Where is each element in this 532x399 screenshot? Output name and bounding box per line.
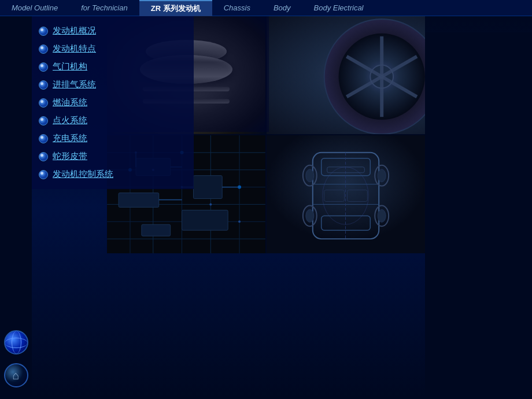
- menu-label-serpentine-belt: 蛇形皮带: [53, 151, 87, 162]
- menu-label-engine-overview: 发动机概况: [53, 25, 96, 36]
- svg-point-47: [306, 169, 314, 182]
- svg-point-51: [306, 209, 314, 222]
- menu-bullet: [39, 116, 48, 125]
- right-panel: [425, 32, 532, 399]
- car-svg: [267, 135, 425, 253]
- menu-item-engine-overview[interactable]: 发动机概况: [32, 22, 194, 40]
- menu-bullet: [39, 27, 48, 36]
- svg-rect-22: [193, 176, 222, 199]
- menu-item-valve-mechanism[interactable]: 气门机构: [32, 58, 194, 76]
- menu-label-intake-exhaust: 进排气系统: [53, 79, 96, 90]
- svg-rect-23: [119, 193, 159, 208]
- car-visual: [267, 135, 425, 253]
- nav-body-electrical[interactable]: Body Electrical: [302, 1, 375, 14]
- menu-label-charging-system: 充电系统: [53, 133, 87, 144]
- menu-item-ignition-system[interactable]: 点火系统: [32, 112, 194, 130]
- wheel-svg: [267, 16, 425, 134]
- svg-rect-25: [142, 224, 171, 236]
- menu-label-engine-control: 发动机控制系统: [53, 169, 113, 180]
- main-content: ⌂ 发动机概况 发动机特点 气门机构 进排气系统 燃油系统 点火系统: [0, 16, 532, 399]
- svg-point-29: [209, 203, 212, 205]
- menu-label-ignition-system: 点火系统: [53, 115, 87, 126]
- nav-body[interactable]: Body: [262, 1, 302, 14]
- menu-item-engine-control[interactable]: 发动机控制系统: [32, 165, 194, 183]
- menu-bullet: [39, 62, 48, 72]
- menu-label-fuel-system: 燃油系统: [53, 97, 87, 108]
- nav-zr-engine[interactable]: ZR 系列发动机: [139, 0, 212, 16]
- menu-item-fuel-system[interactable]: 燃油系统: [32, 94, 194, 112]
- svg-point-30: [238, 220, 241, 223]
- navigation-bar: Model Outline for Technician ZR 系列发动机 Ch…: [0, 0, 532, 16]
- menu-bullet: [39, 134, 48, 143]
- home-icon: ⌂: [12, 369, 19, 382]
- nav-for-technician[interactable]: for Technician: [69, 1, 139, 14]
- menu-item-engine-features[interactable]: 发动机特点: [32, 40, 194, 58]
- menu-bullet: [39, 98, 48, 108]
- menu-label-valve-mechanism: 气门机构: [53, 61, 87, 72]
- wheel-visual: [267, 16, 425, 134]
- globe-icon-button[interactable]: [4, 330, 28, 354]
- nav-chassis[interactable]: Chassis: [212, 1, 262, 14]
- menu-item-intake-exhaust[interactable]: 进排气系统: [32, 76, 194, 94]
- nav-model-outline[interactable]: Model Outline: [0, 1, 69, 14]
- home-icon-button[interactable]: ⌂: [4, 363, 28, 387]
- menu-bullet: [39, 45, 48, 54]
- car-body-image: [267, 135, 425, 253]
- menu-bullet: [39, 152, 48, 161]
- menu-item-serpentine-belt[interactable]: 蛇形皮带: [32, 147, 194, 165]
- menu-label-engine-features: 发动机特点: [53, 43, 96, 54]
- left-sidebar: ⌂: [0, 16, 32, 399]
- svg-point-49: [378, 169, 386, 182]
- svg-rect-24: [182, 210, 228, 230]
- menu-panel: 发动机概况 发动机特点 气门机构 进排气系统 燃油系统 点火系统 充电系统 蛇: [32, 16, 194, 189]
- menu-item-charging-system[interactable]: 充电系统: [32, 130, 194, 147]
- menu-bullet: [39, 170, 48, 179]
- menu-bullet: [39, 80, 48, 90]
- svg-point-53: [378, 209, 386, 222]
- wheel-image: [267, 16, 425, 134]
